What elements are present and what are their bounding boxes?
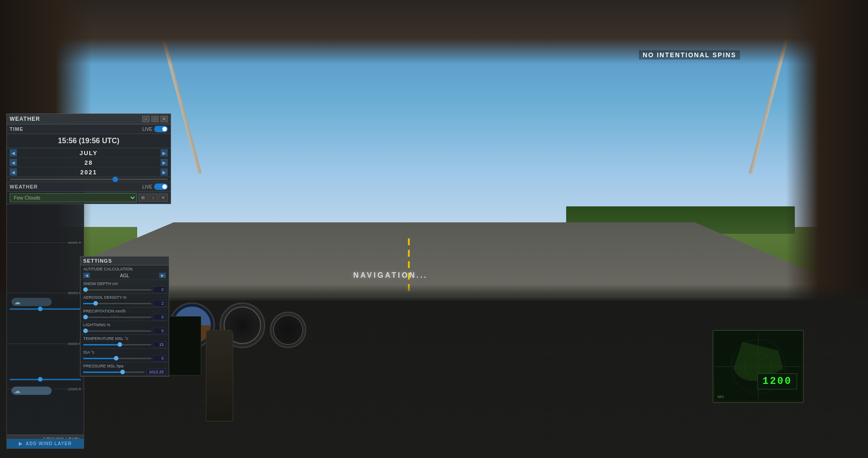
aerosol-thumb[interactable] [93, 301, 98, 306]
precipitation-value: 0 [153, 314, 166, 320]
snow-depth-value: 0 [153, 286, 166, 293]
precipitation-controls: 0 [83, 314, 166, 320]
lightning-row: LIGHTNING % 0 [80, 321, 169, 335]
cloud-marker-10000: ☁ [11, 387, 52, 395]
alt-line-30000: 30000 ft [7, 293, 84, 293]
alt-40000-label: 40000 ft [67, 241, 82, 245]
month-next-button[interactable]: ▶ [161, 149, 168, 156]
date-picker: ◀ JULY ▶ ◀ 28 ▶ ◀ 2021 ▶ [7, 148, 171, 177]
time-toggle-switch[interactable] [154, 126, 168, 132]
weather-action-2[interactable]: ↕ [149, 194, 158, 202]
time-toggle-knob [162, 127, 167, 131]
temperature-msl-row: TEMPERATURE MSL °c 15 [80, 335, 169, 349]
altitude-calc-prev[interactable]: ◀ [83, 273, 90, 278]
snow-depth-slider[interactable] [83, 289, 151, 291]
month-value: JULY [17, 150, 161, 156]
isa-row: ISA °c 0 [80, 349, 169, 362]
cloud-slider-upper[interactable] [10, 308, 81, 310]
day-value: 28 [17, 159, 161, 166]
pressure-msl-controls: 1013.25 [83, 369, 166, 375]
alt-line-20000: 20000 ft [7, 344, 84, 344]
time-label: TIME [10, 126, 23, 132]
nav-screen: NAV [713, 330, 804, 403]
weather-panel-title: WEATHER [10, 116, 40, 122]
weather-action-3[interactable]: ✕ [159, 194, 168, 202]
month-prev-button[interactable]: ◀ [10, 149, 17, 156]
pressure-msl-label: PRESSURE MSL hpa [83, 364, 166, 368]
close-button[interactable]: ✕ [161, 116, 168, 122]
weather-live-label: LIVE [142, 184, 152, 189]
altitude-calculation-row: ALTITUDE CALCULATION ◀ AGL ▶ [80, 265, 169, 280]
time-slider-row [7, 177, 171, 182]
isa-label: ISA °c [83, 350, 166, 355]
minimize-button[interactable]: – [142, 116, 150, 122]
settings-panel: SETTINGS ALTITUDE CALCULATION ◀ AGL ▶ SN… [80, 256, 169, 377]
time-slider-track[interactable] [10, 178, 168, 180]
cloud-slider-lower[interactable] [10, 379, 81, 380]
precipitation-slider[interactable] [83, 317, 151, 318]
altitude-panel: 50000 ft 40000 ft 30000 ft ☁ 20000 ft ☁ … [6, 181, 84, 449]
pressure-msl-thumb[interactable] [120, 370, 125, 374]
time-live-toggle[interactable]: LIVE [142, 126, 168, 132]
precipitation-thumb[interactable] [83, 315, 88, 319]
snow-depth-label: SNOW DEPTH cm [83, 281, 166, 286]
temperature-msl-controls: 15 [83, 341, 166, 348]
transponder-display: 1200 [757, 373, 797, 389]
no-spins-label: NO INTENTIONAL SPINS [639, 50, 740, 59]
cloud-slider-upper-thumb[interactable] [38, 307, 43, 311]
pressure-msl-fill [83, 372, 120, 373]
isa-thumb[interactable] [114, 356, 118, 361]
settings-panel-header: SETTINGS [80, 257, 169, 265]
aerosol-label: AEROSOL DENSITY m [83, 295, 166, 300]
header-controls: – □ ✕ [142, 116, 168, 122]
weather-action-1[interactable]: ⊞ [139, 194, 148, 202]
year-value: 2021 [17, 169, 161, 176]
lightning-label: LIGHTNING % [83, 323, 166, 327]
day-row: ◀ 28 ▶ [7, 158, 171, 167]
lightning-controls: 0 [83, 328, 166, 334]
time-slider-thumb[interactable] [113, 177, 118, 182]
day-prev-button[interactable]: ◀ [10, 159, 17, 166]
year-next-button[interactable]: ▶ [161, 168, 168, 176]
temperature-msl-fill [83, 344, 118, 345]
altitude-calc-controls: ◀ AGL ▶ [83, 272, 166, 279]
weather-panel-header: WEATHER – □ ✕ [7, 114, 171, 124]
year-row: ◀ 2021 ▶ [7, 167, 171, 177]
alt-line-10000: 10000 ft [7, 389, 84, 389]
year-prev-button[interactable]: ◀ [10, 168, 17, 176]
month-row: ◀ JULY ▶ [7, 148, 171, 158]
altitude-calc-label: ALTITUDE CALCULATION [83, 267, 166, 271]
weather-toggle-switch[interactable] [154, 183, 168, 190]
temperature-msl-label: TEMPERATURE MSL °c [83, 336, 166, 341]
isa-slider[interactable] [83, 358, 151, 359]
snow-depth-thumb[interactable] [83, 287, 88, 292]
pressure-msl-slider[interactable] [83, 372, 145, 373]
temperature-msl-value: 15 [153, 341, 166, 348]
aerosol-slider[interactable] [83, 303, 151, 304]
current-time-value: 15:56 (19:56 UTC) [58, 137, 119, 145]
weather-type-select[interactable]: Few Clouds [10, 193, 137, 202]
lightning-thumb[interactable] [83, 329, 88, 333]
time-section-header: TIME LIVE [7, 124, 171, 134]
lightning-slider[interactable] [83, 330, 151, 332]
temperature-msl-slider[interactable] [83, 344, 151, 345]
snow-depth-row: SNOW DEPTH cm 0 [80, 280, 169, 294]
aerosol-fill [83, 303, 93, 304]
aerosol-controls: 2 [83, 300, 166, 307]
cloud-slider-lower-thumb[interactable] [38, 377, 43, 382]
vsi [270, 312, 306, 348]
weather-action-buttons: ⊞ ↕ ✕ [139, 194, 168, 202]
pressure-msl-row: PRESSURE MSL hpa 1013.25 [80, 362, 169, 376]
add-wind-layer-button[interactable]: ▶ ADD WIND LAYER [7, 439, 84, 448]
time-display: 15:56 (19:56 UTC) [7, 134, 171, 148]
weather-toggle-knob [162, 184, 167, 189]
weather-live-toggle[interactable]: LIVE [142, 183, 168, 190]
restore-button[interactable]: □ [151, 116, 159, 122]
aerosol-value: 2 [153, 300, 166, 307]
altitude-lines: 50000 ft 40000 ft 30000 ft ☁ 20000 ft ☁ … [7, 182, 84, 435]
day-next-button[interactable]: ▶ [161, 159, 168, 166]
altitude-calc-next[interactable]: ▶ [159, 273, 166, 278]
weather-type-row: Few Clouds ⊞ ↕ ✕ [7, 192, 171, 204]
temperature-msl-thumb[interactable] [118, 342, 122, 347]
add-wind-label: ADD WIND LAYER [26, 441, 72, 446]
